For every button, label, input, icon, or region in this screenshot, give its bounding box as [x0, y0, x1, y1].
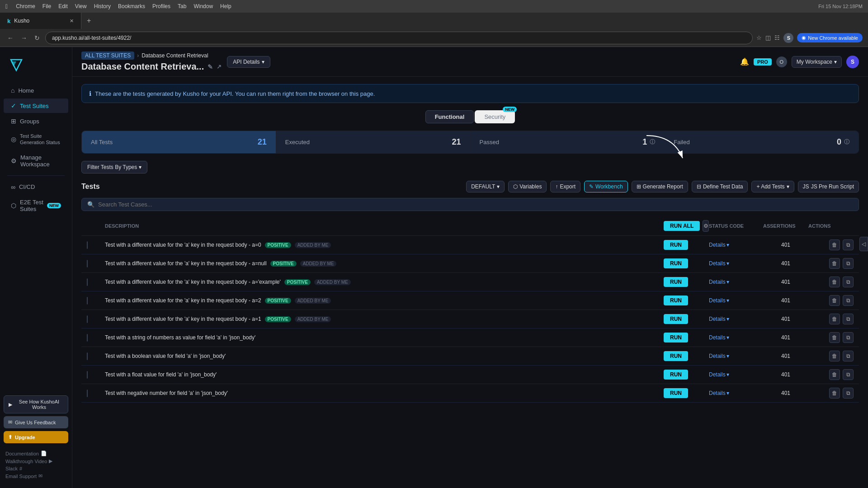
sidebar-item-home[interactable]: ⌂ Home	[4, 83, 68, 98]
copy-button[interactable]: ⧉	[843, 258, 854, 269]
see-how-button[interactable]: ▶ See How KushoAI Works	[4, 395, 68, 413]
delete-button[interactable]: 🗑	[829, 295, 840, 306]
breadcrumb-all-suites[interactable]: ALL TEST SUITES	[81, 52, 134, 60]
refresh-button[interactable]: ↻	[33, 33, 42, 43]
menu-profiles[interactable]: Profiles	[152, 3, 170, 9]
tab-security[interactable]: Security	[475, 110, 515, 123]
o-badge[interactable]: O	[776, 56, 787, 67]
row-checkbox[interactable]	[87, 297, 105, 304]
add-tests-button[interactable]: + Add Tests ▾	[751, 181, 794, 192]
passed-info-icon[interactable]: ⓘ	[650, 138, 655, 146]
details-button[interactable]: Details ▾	[709, 260, 763, 267]
run-button[interactable]: RUN	[664, 296, 688, 305]
bell-icon[interactable]: 🔔	[740, 57, 749, 66]
menu-edit[interactable]: Edit	[58, 3, 68, 9]
sidebar-item-test-suites[interactable]: ✓ Test Suites	[4, 99, 68, 113]
copy-button[interactable]: ⧉	[843, 351, 854, 361]
details-button[interactable]: Details ▾	[709, 316, 763, 322]
menu-view[interactable]: View	[75, 3, 87, 9]
profile-icon[interactable]: S	[783, 33, 793, 43]
row-checkbox[interactable]	[87, 279, 105, 286]
define-test-data-button[interactable]: ⊟ Define Test Data	[692, 181, 748, 192]
sidebar-link-slack[interactable]: Slack #	[5, 466, 66, 471]
right-panel-toggle[interactable]: ◁	[859, 237, 868, 251]
new-tab-button[interactable]: +	[81, 13, 96, 29]
delete-button[interactable]: 🗑	[829, 258, 840, 269]
sidebar-link-documentation[interactable]: Documentation 📄	[5, 450, 66, 456]
copy-button[interactable]: ⧉	[843, 388, 854, 399]
menu-tab[interactable]: Tab	[178, 3, 186, 9]
delete-button[interactable]: 🗑	[829, 239, 840, 250]
search-input[interactable]	[98, 201, 853, 208]
row-checkbox[interactable]	[87, 371, 105, 378]
edit-icon[interactable]: ✎	[208, 63, 213, 70]
pre-run-script-button[interactable]: JS JS Pre Run Script	[798, 181, 859, 192]
delete-button[interactable]: 🗑	[829, 369, 840, 380]
menu-history[interactable]: History	[94, 3, 111, 9]
copy-button[interactable]: ⧉	[843, 277, 854, 287]
run-button[interactable]: RUN	[664, 388, 688, 398]
delete-button[interactable]: 🗑	[829, 277, 840, 287]
sidebar-item-ci-cd[interactable]: ∞ CI/CD	[4, 180, 68, 194]
copy-button[interactable]: ⧉	[843, 369, 854, 380]
api-details-button[interactable]: API Details ▾	[227, 56, 270, 68]
run-button[interactable]: RUN	[664, 333, 688, 343]
copy-button[interactable]: ⧉	[843, 332, 854, 343]
run-button[interactable]: RUN	[664, 370, 688, 380]
copy-button[interactable]: ⧉	[843, 239, 854, 250]
sidebar-toggle-icon[interactable]: ☷	[774, 34, 780, 41]
url-input[interactable]	[45, 32, 753, 44]
extensions-icon[interactable]: ◫	[765, 34, 771, 41]
tab-functional[interactable]: Functional	[425, 110, 474, 123]
delete-button[interactable]: 🗑	[829, 332, 840, 343]
sidebar-logo[interactable]	[0, 52, 72, 83]
settings-button[interactable]: ⚙	[703, 220, 709, 232]
generate-report-button[interactable]: ⊞ Generate Report	[632, 181, 688, 192]
sidebar-link-walkthrough[interactable]: Walkthrough Video ▶	[5, 458, 66, 464]
sidebar-item-test-suite-gen[interactable]: ◎ Test Suite Generation Status	[4, 129, 68, 150]
feedback-button[interactable]: ✉ Give Us Feedback	[4, 416, 68, 428]
menu-window[interactable]: Window	[193, 3, 213, 9]
variables-button[interactable]: ⬡ Variables	[508, 181, 547, 192]
details-button[interactable]: Details ▾	[709, 297, 763, 304]
browser-tab[interactable]: k Kusho ✕	[0, 13, 81, 29]
delete-button[interactable]: 🗑	[829, 388, 840, 399]
details-button[interactable]: Details ▾	[709, 242, 763, 248]
run-button[interactable]: RUN	[664, 314, 688, 324]
sidebar-item-manage-workspace[interactable]: ⚙ Manage Workspace	[4, 150, 68, 171]
details-button[interactable]: Details ▾	[709, 371, 763, 378]
new-chrome-badge[interactable]: ◉ New Chrome available	[797, 33, 863, 42]
menu-bookmarks[interactable]: Bookmarks	[118, 3, 145, 9]
user-avatar[interactable]: S	[846, 56, 859, 68]
row-checkbox[interactable]	[87, 353, 105, 360]
row-checkbox[interactable]	[87, 334, 105, 341]
failed-info-icon[interactable]: ⓘ	[844, 138, 849, 146]
sidebar-item-groups[interactable]: ⊞ Groups	[4, 114, 68, 128]
delete-button[interactable]: 🗑	[829, 351, 840, 361]
external-link-icon[interactable]: ↗	[217, 63, 222, 70]
export-button[interactable]: ↑ Export	[550, 181, 580, 192]
menu-help[interactable]: Help	[220, 3, 231, 9]
upgrade-button[interactable]: ⬆ Upgrade	[4, 431, 68, 443]
details-button[interactable]: Details ▾	[709, 353, 763, 359]
menu-chrome[interactable]: Chrome	[16, 3, 35, 9]
sidebar-link-email[interactable]: Email Support ✉	[5, 473, 66, 479]
row-checkbox[interactable]	[87, 242, 105, 249]
bookmark-icon[interactable]: ☆	[756, 34, 762, 41]
details-button[interactable]: Details ▾	[709, 279, 763, 285]
run-button[interactable]: RUN	[664, 277, 688, 287]
details-button[interactable]: Details ▾	[709, 390, 763, 396]
tab-close-button[interactable]: ✕	[70, 18, 74, 24]
delete-button[interactable]: 🗑	[829, 314, 840, 324]
sidebar-item-e2e[interactable]: ⬡ E2E Test Suites NEW	[4, 195, 68, 216]
run-button[interactable]: RUN	[664, 351, 688, 361]
menu-file[interactable]: File	[42, 3, 51, 9]
forward-button[interactable]: →	[19, 33, 29, 43]
row-checkbox[interactable]	[87, 260, 105, 267]
details-button[interactable]: Details ▾	[709, 334, 763, 341]
run-button[interactable]: RUN	[664, 240, 688, 250]
back-button[interactable]: ←	[5, 33, 15, 43]
row-checkbox[interactable]	[87, 316, 105, 323]
default-dropdown[interactable]: DEFAULT ▾	[466, 181, 505, 192]
workspace-button[interactable]: My Workspace ▾	[792, 56, 842, 68]
